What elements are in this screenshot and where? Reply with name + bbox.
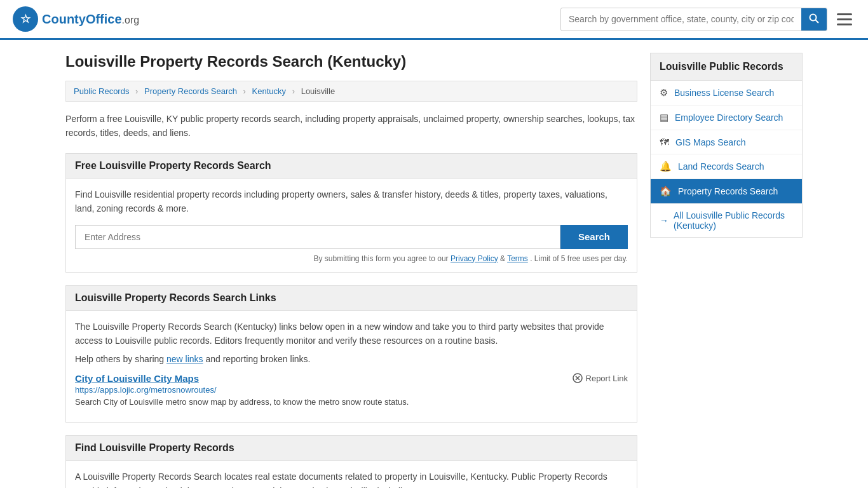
breadcrumb-property-records[interactable]: Property Records Search [144, 86, 237, 96]
home-icon: 🏠 [660, 186, 672, 197]
sidebar-item-label: Land Records Search [678, 161, 764, 172]
list-icon: ▤ [660, 112, 668, 123]
link-item-desc: Search City of Louisville metro snow map… [75, 397, 628, 407]
intro-description: Perform a free Louisville, KY public pro… [65, 112, 637, 140]
search-icon [809, 13, 819, 24]
sidebar-list: ⚙ Business License Search ▤ Employee Dir… [650, 81, 803, 238]
sidebar-item-label: Employee Directory Search [675, 112, 783, 123]
links-section-header: Louisville Property Records Search Links [65, 285, 637, 311]
find-description: A Louisville Property Records Search loc… [75, 470, 628, 488]
menu-icon[interactable] [834, 10, 855, 29]
global-search-input[interactable] [561, 9, 801, 29]
link-list: City of Louisville City Maps Report Link [75, 373, 628, 407]
logo-icon: ☆ [13, 6, 38, 32]
address-input[interactable] [75, 225, 560, 249]
find-section-body: A Louisville Property Records Search loc… [65, 461, 637, 488]
sidebar-item-label: GIS Maps Search [675, 137, 746, 147]
breadcrumb-kentucky[interactable]: Kentucky [252, 86, 286, 96]
terms-link[interactable]: Terms [507, 254, 528, 263]
address-search-button[interactable]: Search [560, 225, 628, 249]
wrench-icon [573, 373, 583, 383]
free-search-section: Free Louisville Property Records Search … [65, 153, 637, 273]
free-search-header: Free Louisville Property Records Search [65, 153, 637, 179]
link-item-url: https://apps.lojic.org/metrosnowroutes/ [75, 385, 628, 395]
list-item: City of Louisville City Maps Report Link [75, 373, 628, 407]
free-search-description: Find Louisville residential property rec… [75, 187, 628, 216]
sidebar-item-label: Property Records Search [678, 186, 778, 196]
form-note: By submitting this form you agree to our… [75, 254, 628, 263]
sidebar-item-employee-directory[interactable]: ▤ Employee Directory Search [651, 105, 802, 130]
logo-text: CountyOffice.org [42, 12, 139, 27]
header: ☆ CountyOffice.org [0, 0, 868, 40]
main-container: Louisville Property Records Search (Kent… [53, 40, 815, 488]
address-form: Search [75, 225, 628, 249]
bell-icon: 🔔 [660, 161, 672, 172]
links-section-body: The Louisville Property Records Search (… [65, 311, 637, 423]
sidebar-item-property-records[interactable]: 🏠 Property Records Search [651, 179, 802, 204]
svg-line-3 [816, 20, 819, 23]
free-search-body: Find Louisville residential property rec… [65, 179, 637, 273]
content-area: Louisville Property Records Search (Kent… [65, 53, 637, 488]
sidebar: Louisville Public Records ⚙ Business Lic… [650, 53, 803, 488]
global-search-button[interactable] [801, 8, 827, 30]
breadcrumb: Public Records › Property Records Search… [65, 81, 637, 102]
report-link-label: Report Link [586, 374, 628, 383]
arrow-icon: → [660, 215, 668, 226]
page-title: Louisville Property Records Search (Kent… [65, 53, 637, 71]
header-right [560, 8, 855, 31]
links-section: Louisville Property Records Search Links… [65, 285, 637, 423]
svg-text:☆: ☆ [20, 13, 31, 25]
sidebar-item-gis-maps[interactable]: 🗺 GIS Maps Search [651, 130, 802, 154]
find-section: Find Louisville Property Records A Louis… [65, 435, 637, 488]
new-links-link[interactable]: new links [166, 354, 203, 364]
sidebar-item-all-records[interactable]: → All Louisville Public Records (Kentuck… [651, 204, 802, 237]
sidebar-item-label: Business License Search [674, 88, 774, 98]
breadcrumb-public-records[interactable]: Public Records [74, 86, 129, 96]
new-links-note: Help others by sharing new links and rep… [75, 354, 628, 364]
find-section-header: Find Louisville Property Records [65, 435, 637, 461]
map-icon: 🗺 [660, 137, 669, 147]
svg-point-2 [810, 14, 817, 20]
gear-icon: ⚙ [660, 87, 668, 98]
global-search-bar [560, 8, 827, 31]
all-records-label: All Louisville Public Records (Kentucky) [674, 210, 793, 231]
links-description: The Louisville Property Records Search (… [75, 320, 628, 348]
breadcrumb-louisville: Louisville [301, 86, 335, 96]
sidebar-title: Louisville Public Records [650, 53, 803, 81]
sidebar-item-land-records[interactable]: 🔔 Land Records Search [651, 154, 802, 179]
logo[interactable]: ☆ CountyOffice.org [13, 6, 139, 32]
link-item-title[interactable]: City of Louisville City Maps [75, 373, 199, 384]
sidebar-item-business-license[interactable]: ⚙ Business License Search [651, 81, 802, 105]
report-link-button[interactable]: Report Link [573, 373, 628, 383]
privacy-policy-link[interactable]: Privacy Policy [451, 254, 498, 263]
